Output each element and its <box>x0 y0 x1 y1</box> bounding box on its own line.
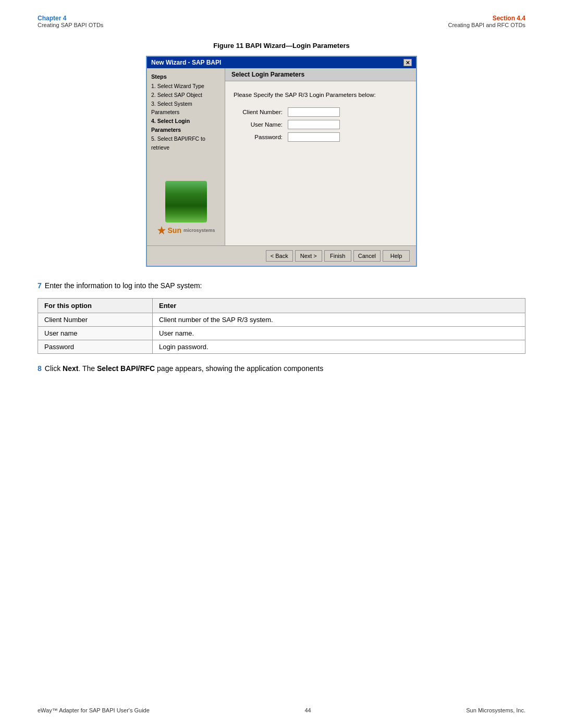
sidebar-green-accent <box>165 181 207 223</box>
wizard-titlebar: New Wizard - SAP BAPI ✕ <box>147 57 416 68</box>
sidebar-bottom: Sun microsystems <box>151 181 221 240</box>
cancel-button[interactable]: Cancel <box>353 250 381 262</box>
svg-marker-0 <box>157 227 165 234</box>
data-table: For this option Enter Client Number Clie… <box>38 298 525 354</box>
step7-row: 7 Enter the information to log into the … <box>38 281 525 290</box>
steps-label: Steps <box>151 73 221 80</box>
wizard-description: Please Specify the SAP R/3 Login Paramet… <box>234 92 408 98</box>
table-cell-enter-3: Login password. <box>153 340 525 354</box>
col-header-option: For this option <box>38 299 153 313</box>
step8-number: 8 <box>38 364 42 373</box>
step8-row: 8 Click Next. The Select BAPI/RFC page a… <box>38 364 525 373</box>
client-number-label: Client Number: <box>234 109 286 115</box>
wizard-title: New Wizard - SAP BAPI <box>151 59 221 66</box>
wizard-body: Steps 1. Select Wizard Type 2. Select SA… <box>147 68 416 245</box>
sun-logo-icon <box>157 226 166 235</box>
user-name-label: User Name: <box>234 121 286 128</box>
finish-button[interactable]: Finish <box>324 250 351 262</box>
wizard-dialog: New Wizard - SAP BAPI ✕ Steps 1. Select … <box>146 56 417 267</box>
table-cell-enter-2: User name. <box>153 327 525 340</box>
wizard-steps-container: Steps 1. Select Wizard Type 2. Select SA… <box>151 73 221 152</box>
chapter-subtitle: Creating SAP BAPI OTDs <box>38 22 103 28</box>
wizard-sidebar: Steps 1. Select Wizard Type 2. Select SA… <box>147 68 225 245</box>
step-4: 4. Select Login Parameters <box>151 117 221 134</box>
figure-title: Figure 11 BAPI Wizard—Login Parameters <box>38 42 525 50</box>
header-left: Chapter 4 Creating SAP BAPI OTDs <box>38 15 103 28</box>
section-subtitle: Creating BAPI and RFC OTDs <box>448 22 525 28</box>
wizard-footer: < Back Next > Finish Cancel Help <box>147 245 416 266</box>
step8-section: 8 Click Next. The Select BAPI/RFC page a… <box>38 364 525 373</box>
footer-left: eWay™ Adapter for SAP BAPI User's Guide <box>38 707 150 713</box>
back-button[interactable]: < Back <box>266 250 293 262</box>
footer-right: Sun Microsystems, Inc. <box>466 707 525 713</box>
table-cell-option-2: User name <box>38 327 153 340</box>
wizard-dialog-wrapper: New Wizard - SAP BAPI ✕ Steps 1. Select … <box>38 56 525 267</box>
password-label: Password: <box>234 134 286 140</box>
table-cell-option-3: Password <box>38 340 153 354</box>
table-body: Client Number Client number of the SAP R… <box>38 313 525 354</box>
table-header: For this option Enter <box>38 299 525 313</box>
step8-bold-select: Select BAPI/RFC <box>97 364 155 373</box>
step8-text: Click Next. The Select BAPI/RFC page app… <box>45 364 323 373</box>
figure-text: BAPI Wizard—Login Parameters <box>246 42 350 50</box>
wizard-logo: Sun microsystems <box>157 226 215 240</box>
table-cell-enter-1: Client number of the SAP R/3 system. <box>153 313 525 327</box>
sun-microsystems-text: microsystems <box>183 228 215 233</box>
page-header: Chapter 4 Creating SAP BAPI OTDs Section… <box>0 0 563 32</box>
table-header-row: For this option Enter <box>38 299 525 313</box>
table-cell-option-1: Client Number <box>38 313 153 327</box>
footer-page-number: 44 <box>304 707 311 713</box>
page-footer: eWay™ Adapter for SAP BAPI User's Guide … <box>0 707 563 713</box>
sun-text: Sun <box>168 226 181 235</box>
table-row: User name User name. <box>38 327 525 340</box>
step8-bold-next: Next <box>63 364 78 373</box>
sun-logo: Sun microsystems <box>157 226 215 235</box>
wizard-form: Client Number: User Name: Password: <box>234 107 408 142</box>
step-2: 2. Select SAP Object <box>151 91 221 100</box>
user-name-input[interactable] <box>288 120 340 129</box>
wizard-content: Please Specify the SAP R/3 Login Paramet… <box>225 81 416 245</box>
header-right: Section 4.4 Creating BAPI and RFC OTDs <box>448 15 525 28</box>
wizard-section-header: Select Login Parameters <box>225 68 416 81</box>
figure-number: Figure 11 <box>213 42 243 50</box>
table-row: Client Number Client number of the SAP R… <box>38 313 525 327</box>
step-5: 5. Select BAPI/RFC to retrieve <box>151 134 221 152</box>
client-number-input[interactable] <box>288 107 340 117</box>
step7-number: 7 <box>38 281 42 290</box>
col-header-enter: Enter <box>153 299 525 313</box>
step-1: 1. Select Wizard Type <box>151 82 221 91</box>
chapter-label: Chapter 4 <box>38 15 103 22</box>
help-button[interactable]: Help <box>383 250 410 262</box>
next-button[interactable]: Next > <box>295 250 322 262</box>
step-3: 3. Select System Parameters <box>151 100 221 117</box>
step7-section: 7 Enter the information to log into the … <box>38 281 525 290</box>
password-input[interactable] <box>288 132 340 142</box>
wizard-steps: 1. Select Wizard Type 2. Select SAP Obje… <box>151 82 221 152</box>
wizard-main: Select Login Parameters Please Specify t… <box>225 68 416 245</box>
close-icon[interactable]: ✕ <box>403 59 412 66</box>
step7-text: Enter the information to log into the SA… <box>45 281 202 290</box>
table-row: Password Login password. <box>38 340 525 354</box>
section-label: Section 4.4 <box>448 15 525 22</box>
